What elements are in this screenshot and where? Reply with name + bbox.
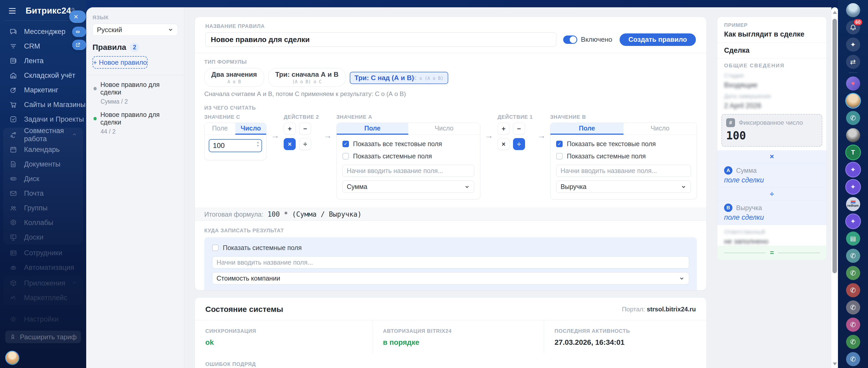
value-a-field-select[interactable]: Сумма xyxy=(342,180,474,193)
app-logo[interactable]: Битрикс24◷ xyxy=(26,6,75,16)
target-field-search-input[interactable] xyxy=(212,256,689,269)
collab-icon xyxy=(9,131,17,139)
call-chat[interactable]: ✆ xyxy=(846,335,860,349)
value-c-tab-number[interactable]: Число xyxy=(235,123,266,135)
call-chat[interactable]: ✆ xyxy=(846,300,860,314)
value-b-tab-field[interactable]: Поле xyxy=(550,123,623,135)
sidebar-item-documents[interactable]: Документы xyxy=(3,157,83,171)
action-2-divide-button[interactable]: ÷ xyxy=(299,138,311,150)
rule-list-item[interactable]: Новое правило для сделки 44 / 2 xyxy=(92,105,178,135)
value-c-number-input[interactable] xyxy=(209,139,262,152)
example-title: Как выглядит в сделке xyxy=(724,30,820,38)
sidebar-item-mail[interactable]: Почта xyxy=(3,186,83,201)
rule-name-input[interactable] xyxy=(205,32,556,47)
copilot-chat[interactable]: ✦ xyxy=(846,163,860,177)
checkbox-unchecked[interactable] xyxy=(212,244,219,251)
call-chat[interactable]: ✆ xyxy=(846,249,860,263)
chat-avatar-person[interactable] xyxy=(846,128,860,142)
value-b-field-search-input[interactable] xyxy=(556,165,691,177)
copilot-chat[interactable]: ✦ xyxy=(846,214,860,228)
sidebar-item-shops[interactable]: Сайты и Магазины xyxy=(0,97,86,112)
call-chat[interactable]: ✆ xyxy=(846,266,860,280)
formula-type-three-c-over-ab[interactable]: Три: С над (А и В) С о (А о В) xyxy=(350,72,448,84)
redham-logo-chat[interactable]: redham xyxy=(846,197,860,211)
formula-type-two-values[interactable]: Два значения А о В xyxy=(204,68,264,87)
profile-avatar[interactable] xyxy=(846,3,860,17)
value-b-show-system-checkbox[interactable]: Показать системные поля xyxy=(556,153,691,160)
enabled-toggle[interactable] xyxy=(563,35,577,44)
formula-type-three-ab-first[interactable]: Три: сначала А и В (А о В) о С xyxy=(268,68,346,87)
checkbox-unchecked[interactable] xyxy=(556,153,563,160)
notifications-button[interactable]: 60 xyxy=(846,20,860,34)
sidebar-item-marketing[interactable]: Маркетинг xyxy=(0,83,86,97)
copilot-button[interactable]: ✦ xyxy=(846,38,860,52)
call-chat[interactable]: ✆ xyxy=(846,352,860,366)
spinner-up-icon[interactable]: ▲ xyxy=(256,141,259,144)
new-rule-button[interactable]: + Новое правило xyxy=(92,56,148,69)
sidebar-item-apps[interactable]: Приложения xyxy=(3,276,83,291)
rule-list-item[interactable]: Новое правило для сделки Сумма / 2 xyxy=(92,75,178,105)
copy-link-button[interactable] xyxy=(72,27,86,37)
page-scrollbar[interactable] xyxy=(831,7,838,368)
action-2-multiply-button[interactable]: × xyxy=(284,138,296,150)
mail-icon xyxy=(9,190,17,197)
call-chat-teal[interactable]: ✆ xyxy=(846,111,860,125)
call-chat[interactable]: ✆ xyxy=(846,317,860,332)
sidebar-item-calendar[interactable]: Календарь xyxy=(3,142,83,157)
value-b-field-select[interactable]: Выручка xyxy=(556,180,691,193)
target-field-select[interactable]: Стоимость компании xyxy=(212,272,689,285)
target-show-system-checkbox[interactable]: Показать системные поля xyxy=(212,244,689,252)
scroll-down-arrow-icon[interactable] xyxy=(833,363,837,365)
news-channel-chat[interactable]: ▤ xyxy=(846,232,860,245)
scroll-up-arrow-icon[interactable] xyxy=(833,11,837,14)
sidebar-item-collaboration[interactable]: Совместная работа xyxy=(3,128,83,142)
create-rule-button[interactable]: Создать правило xyxy=(620,33,696,46)
team-chat-green[interactable]: T xyxy=(846,145,860,160)
value-a-show-system-checkbox[interactable]: Показать системные поля xyxy=(342,153,474,160)
action-1-minus-button[interactable]: − xyxy=(513,123,525,135)
language-select[interactable]: Русский xyxy=(92,24,178,36)
action-2-plus-button[interactable]: + xyxy=(284,123,296,135)
close-panel-button[interactable]: × xyxy=(69,10,86,23)
number-spinner[interactable]: ▲ ▼ xyxy=(256,141,259,147)
deal-field-link[interactable]: поле сделки xyxy=(724,176,820,184)
action-1-plus-button[interactable]: + xyxy=(498,123,509,135)
sidebar-item-groups[interactable]: Группы xyxy=(3,201,83,215)
value-a-field-search-input[interactable] xyxy=(342,165,474,177)
value-a-tab-number[interactable]: Число xyxy=(408,123,480,135)
checkbox-unchecked[interactable] xyxy=(342,153,349,160)
sidebar-item-warehouse[interactable]: Складской учёт xyxy=(0,68,86,83)
value-a-tab-field[interactable]: Поле xyxy=(337,123,408,135)
action-2-minus-button[interactable]: − xyxy=(299,123,311,135)
chat-avatar-heart[interactable]: ♥ xyxy=(846,76,860,91)
call-chat[interactable]: ✆ xyxy=(846,283,860,297)
deal-field-link[interactable]: поле сделки xyxy=(724,213,820,222)
upgrade-plan-button[interactable]: Расширить тариф xyxy=(5,331,81,343)
value-c-tab-field[interactable]: Поле xyxy=(205,123,235,135)
sidebar-item-feed[interactable]: Лента xyxy=(0,54,86,68)
action-1-multiply-button[interactable]: × xyxy=(498,138,509,150)
formula-builder: ЗНАЧЕНИЕ С Поле Число ▲ xyxy=(204,114,697,199)
sidebar-item-collabs[interactable]: Коллабы xyxy=(3,215,83,230)
action-1-divide-button[interactable]: ÷ xyxy=(513,138,525,150)
menu-hamburger-icon[interactable] xyxy=(9,8,16,13)
sidebar-item-settings[interactable]: Настройки xyxy=(0,312,86,327)
scrollbar-thumb[interactable] xyxy=(833,19,837,273)
spinner-down-icon[interactable]: ▼ xyxy=(256,144,259,147)
copilot-chat[interactable]: ✦ xyxy=(846,180,860,194)
sidebar-item-boards[interactable]: Доски xyxy=(3,230,83,244)
sidebar-item-employees[interactable]: Сотрудники xyxy=(0,245,86,260)
chat-transfer-button[interactable]: ⇄ xyxy=(846,55,860,69)
chat-avatar-woman[interactable] xyxy=(846,94,860,108)
sidebar-item-tasks[interactable]: Задачи и Проекты xyxy=(0,112,86,127)
open-new-window-button[interactable] xyxy=(72,40,86,50)
checkbox-checked[interactable]: ✓ xyxy=(556,141,563,147)
sidebar-item-automation[interactable]: Автоматизация xyxy=(0,260,86,275)
sidebar-item-marketplace[interactable]: Маркетплейс xyxy=(3,291,83,305)
sidebar-item-disk[interactable]: Диск xyxy=(3,171,83,186)
value-a-show-text-checkbox[interactable]: ✓ Показать все текстовые поля xyxy=(342,140,474,148)
checkbox-checked[interactable]: ✓ xyxy=(342,141,349,147)
value-b-show-text-checkbox[interactable]: ✓ Показать все текстовые поля xyxy=(556,140,691,148)
user-avatar[interactable] xyxy=(5,351,19,365)
value-b-tab-number[interactable]: Число xyxy=(623,123,696,135)
